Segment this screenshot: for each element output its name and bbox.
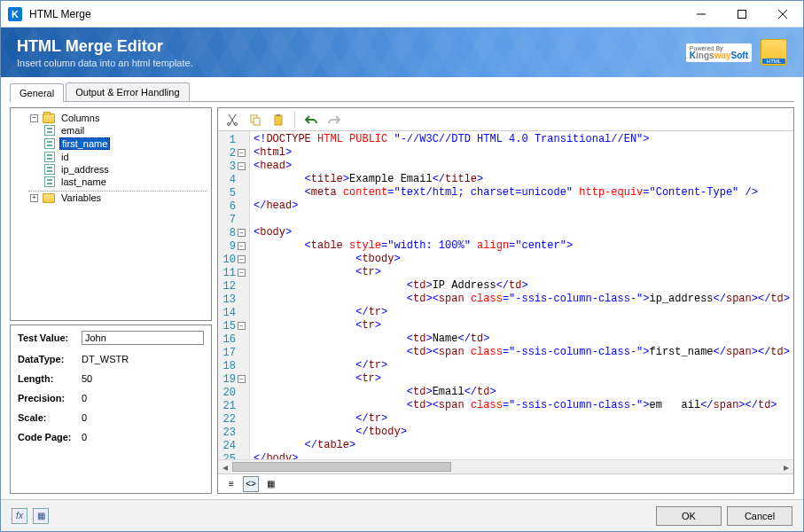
prop-codepage-label: Code Page: bbox=[18, 432, 82, 442]
editor-statusbar: ≡ <> ▦ bbox=[218, 473, 793, 493]
expression-icon[interactable]: fx bbox=[12, 508, 27, 524]
editor-panel: 12−3−45678−9−10−11−12131415−16171819−202… bbox=[217, 107, 794, 494]
properties-panel: Test Value: DataType:DT_WSTR Length:50 P… bbox=[10, 325, 212, 494]
folder-icon bbox=[43, 113, 55, 123]
editor-toolbar bbox=[218, 108, 793, 131]
column-icon bbox=[44, 176, 55, 187]
prop-datatype-value: DT_WSTR bbox=[82, 354, 204, 364]
redo-icon[interactable] bbox=[325, 111, 343, 129]
column-icon bbox=[44, 138, 55, 149]
folder-icon bbox=[43, 193, 55, 203]
column-icon bbox=[44, 152, 55, 162]
svg-rect-7 bbox=[254, 118, 260, 125]
app-icon: K bbox=[8, 7, 22, 21]
test-value-input[interactable] bbox=[82, 331, 204, 345]
window-title: HTML Merge bbox=[29, 8, 681, 20]
tab-output-error[interactable]: Output & Error Handling bbox=[66, 82, 189, 101]
svg-point-5 bbox=[235, 122, 238, 125]
banner-subtitle: Insert column data into an html template… bbox=[17, 58, 686, 68]
prop-codepage-value: 0 bbox=[82, 432, 204, 442]
prop-precision-value: 0 bbox=[82, 393, 204, 403]
maximize-button[interactable] bbox=[722, 1, 762, 27]
copy-icon[interactable] bbox=[246, 111, 264, 129]
tab-general[interactable]: General bbox=[10, 83, 64, 102]
svg-rect-1 bbox=[738, 10, 746, 18]
horizontal-scrollbar[interactable]: ◂▸ bbox=[218, 459, 793, 473]
prop-testvalue-label: Test Value: bbox=[18, 332, 82, 343]
tree-column-item[interactable]: last_name bbox=[43, 176, 207, 188]
component-icon bbox=[761, 39, 787, 66]
ok-button[interactable]: OK bbox=[656, 506, 722, 526]
minimize-button[interactable] bbox=[681, 1, 722, 27]
prop-datatype-label: DataType: bbox=[18, 354, 82, 364]
code-editor[interactable]: <!DOCTYPE HTML PUBLIC "-//W3C//DTD HTML … bbox=[250, 131, 793, 459]
prop-length-value: 50 bbox=[82, 373, 204, 384]
prop-precision-label: Precision: bbox=[18, 393, 82, 403]
prop-scale-label: Scale: bbox=[18, 412, 82, 423]
svg-rect-8 bbox=[275, 115, 282, 125]
cancel-button[interactable]: Cancel bbox=[727, 506, 792, 526]
view-preview-icon[interactable]: ▦ bbox=[262, 476, 278, 492]
tree-column-item[interactable]: first_name bbox=[43, 137, 207, 151]
tree-node-variables[interactable]: +Variables bbox=[28, 192, 207, 204]
tab-bar: General Output & Error Handling bbox=[10, 82, 794, 102]
vendor-logo: Powered By KingswaySoft bbox=[686, 43, 752, 62]
tree-column-item[interactable]: ip_address bbox=[43, 163, 207, 176]
tree-node-columns[interactable]: −Columns bbox=[28, 112, 207, 124]
prop-length-label: Length: bbox=[18, 373, 82, 384]
grid-icon[interactable]: ▦ bbox=[33, 508, 49, 524]
cut-icon[interactable] bbox=[223, 111, 241, 129]
tree-column-item[interactable]: id bbox=[43, 151, 207, 163]
window: K HTML Merge HTML Merge Editor Insert co… bbox=[0, 0, 804, 532]
tree-column-item[interactable]: email bbox=[43, 124, 207, 137]
titlebar: K HTML Merge bbox=[1, 1, 803, 27]
svg-point-4 bbox=[228, 122, 230, 125]
banner-title: HTML Merge Editor bbox=[17, 37, 686, 56]
line-gutter: 12−3−45678−9−10−11−12131415−16171819−202… bbox=[218, 131, 250, 459]
svg-rect-9 bbox=[277, 114, 280, 116]
banner: HTML Merge Editor Insert column data int… bbox=[1, 27, 803, 77]
column-icon bbox=[44, 164, 55, 175]
undo-icon[interactable] bbox=[302, 111, 320, 129]
prop-scale-value: 0 bbox=[82, 412, 204, 423]
close-button[interactable] bbox=[762, 1, 803, 27]
view-text-icon[interactable]: ≡ bbox=[223, 476, 239, 492]
paste-icon[interactable] bbox=[269, 111, 287, 129]
footer: fx ▦ OK Cancel bbox=[1, 499, 803, 531]
view-html-icon[interactable]: <> bbox=[243, 476, 259, 492]
column-icon bbox=[44, 125, 55, 136]
tree-panel: −Columnsemailfirst_nameidip_addresslast_… bbox=[10, 107, 212, 321]
